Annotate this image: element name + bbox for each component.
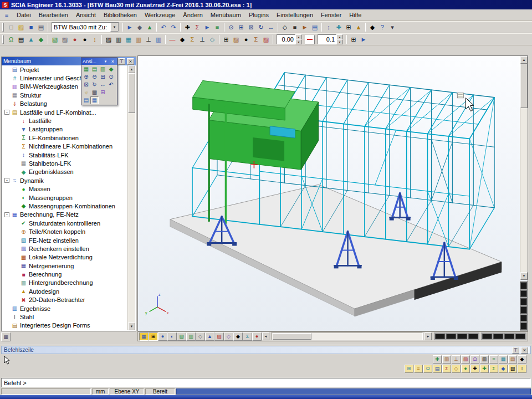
plane-xz-button[interactable]: ▥ [186,332,196,341]
tree-item[interactable]: IStahl [2,313,127,321]
labels-toggle-button[interactable]: ◇ [224,332,233,341]
cursor-select-button[interactable]: Ω [6,35,16,44]
tree-item[interactable]: ⊕Teile/Knoten koppeln [2,227,127,236]
coord-info-button[interactable]: ● [158,332,167,341]
status-plane[interactable]: Ebene XY [110,388,144,395]
light-toggle-button[interactable]: ☼ [82,89,90,96]
absolute-coords-button[interactable]: ▧ [508,365,517,373]
relative-coords-button[interactable]: ↕ [518,365,526,373]
tree-item[interactable]: ▨Rechenkern einstellen [2,244,127,253]
project-selector[interactable]: BTW Bau30 mit Zu: [52,22,119,32]
dim-line-red-button[interactable]: — [167,35,177,44]
tree-item[interactable]: ▥Ergebnisse [2,304,127,313]
tree-item[interactable]: ▤Integriertes Design Forms [2,321,127,330]
table-input-button[interactable]: ✚ [182,23,192,32]
active-document-button[interactable]: ≡ [2,11,12,20]
column-tool-button[interactable]: ▥ [114,35,124,44]
named-selection-button[interactable]: ► [300,23,310,32]
tree-item[interactable]: ▥Hintergrundberechnung [2,279,127,287]
omega-buckling-button[interactable]: ⊥ [197,35,207,44]
docked-windows-stack[interactable] [520,281,528,331]
tree-item[interactable]: ▩Lokale Netzverdichtung [2,253,127,262]
minimized-window-segment[interactable] [520,323,527,330]
results-display-button[interactable]: ◆ [233,332,243,341]
tree-scrollbar[interactable] [127,65,135,330]
tree-item[interactable]: ΣNichtlineare LF-Kombinationen [2,142,127,151]
plane-xy-button[interactable]: ▧ [177,332,186,341]
scroll-down-icon[interactable] [128,323,135,330]
scrollbar-thumb[interactable] [128,73,135,113]
3d-viewport[interactable]: zxy [137,55,528,331]
scale-tool-button[interactable]: ↕ [90,35,100,44]
more-tools-dropdown-button[interactable]: ▾ [387,23,397,32]
cut-button[interactable]: ► [125,23,135,32]
minimized-window-segment[interactable] [482,334,492,339]
mirror-tool-button[interactable]: ● [80,35,90,44]
tree-item[interactable]: ◆Massengruppen-Kombinationen [2,202,127,210]
plane-yz-button[interactable]: ◇ [196,332,205,341]
zoom-all-button[interactable]: ⊙ [107,73,115,81]
tree-item[interactable]: ▦Stahlbeton-LFK [2,159,127,167]
menu-bearbeiten[interactable]: Bearbeiten [35,10,72,20]
view-rotate-button[interactable]: ↻ [256,23,266,32]
undo-button[interactable]: ↶ [158,23,168,32]
collapse-icon[interactable] [4,178,9,183]
tree-item[interactable]: ▤Lastfälle und LF-Kombinat... [2,108,127,116]
zoom-selection-button[interactable]: ⊠ [246,23,256,32]
select-polygon-button[interactable]: ▲ [26,35,36,44]
zoom-out-button[interactable]: ⊖ [90,73,99,81]
menu-datei[interactable]: Datei [13,10,35,20]
stepper-value[interactable]: 0.1 [318,34,336,44]
cursor-settings-button[interactable]: ▤ [508,355,517,364]
view-pan-button[interactable]: ↔ [266,23,276,32]
menu-bibliotheken[interactable]: Bibliotheken [100,10,141,20]
close-icon[interactable] [127,58,134,65]
menu-hilfe[interactable]: Hilfe [345,10,365,20]
minimized-window-segment[interactable] [504,334,514,339]
viewport-vscrollbar[interactable] [520,56,528,280]
zoom-in-button[interactable]: ⊕ [82,73,90,81]
spin-down-icon[interactable] [336,39,343,44]
mesh-triangle-button[interactable]: ◇ [207,35,217,44]
snap-mode-button[interactable]: ◐ [167,332,177,341]
hscroll-left-arrow[interactable] [262,332,269,340]
snap-step-stepper[interactable]: 0.1 [318,34,343,44]
opening-tool-button[interactable]: ⊥ [144,35,154,44]
menu-fenster[interactable]: Fenster [317,10,345,20]
close-icon[interactable] [521,347,528,354]
viewport-hscrollbar[interactable] [271,332,423,340]
window-new-button[interactable]: ↕ [324,23,334,32]
plate-tool-button[interactable]: ▦ [124,35,134,44]
render-settings-button[interactable]: ▩ [90,89,99,96]
folder-user-button[interactable]: ▨ [261,35,271,44]
window-tile-button[interactable]: ✚ [334,23,344,32]
length-snap-button[interactable]: ✚ [480,365,489,373]
selection-filter-button[interactable]: ◆ [518,355,526,364]
menu-menübaum[interactable]: Menübaum [207,10,245,20]
minimized-window-segment[interactable] [520,290,527,298]
command-panel-header[interactable]: Befehlszeile [1,346,531,354]
snap-perpendicular-button[interactable]: ▥ [480,355,489,364]
view-params-button[interactable]: ▤ [82,96,90,104]
copy-tool-button[interactable]: ▨ [60,35,70,44]
minimized-window-segment[interactable] [515,334,525,339]
menu-plugins[interactable]: Plugins [245,10,273,20]
view-params-button[interactable]: ▤ [310,23,320,32]
tree-item[interactable]: ■Berechnung [2,270,127,278]
toolbar-grip[interactable] [2,35,4,44]
snap-grid-button[interactable]: ▦ [499,355,508,364]
tree-item[interactable]: ▦Netzgenerierung [2,262,127,270]
zoom-selection-button[interactable]: ⊠ [82,81,90,89]
spin-up-icon[interactable] [295,34,302,39]
command-input[interactable] [1,378,531,387]
scale-settings-button[interactable]: ► [359,35,369,44]
view-axo-button[interactable]: ◆ [107,65,115,73]
tree-item[interactable]: ✖2D-Daten-Betrachter [2,296,127,304]
snap-delete-button[interactable]: ▧ [461,355,470,364]
tree-item[interactable]: ◆Ergebnisklassen [2,168,127,176]
ucs-rotate-button[interactable]: ◆ [499,365,508,373]
section-cut-button[interactable]: Σ [187,35,197,44]
scroll-up-icon[interactable] [128,65,135,73]
layers-manager-button[interactable]: ◇ [280,23,290,32]
wall-tool-button[interactable]: ▥ [134,35,144,44]
